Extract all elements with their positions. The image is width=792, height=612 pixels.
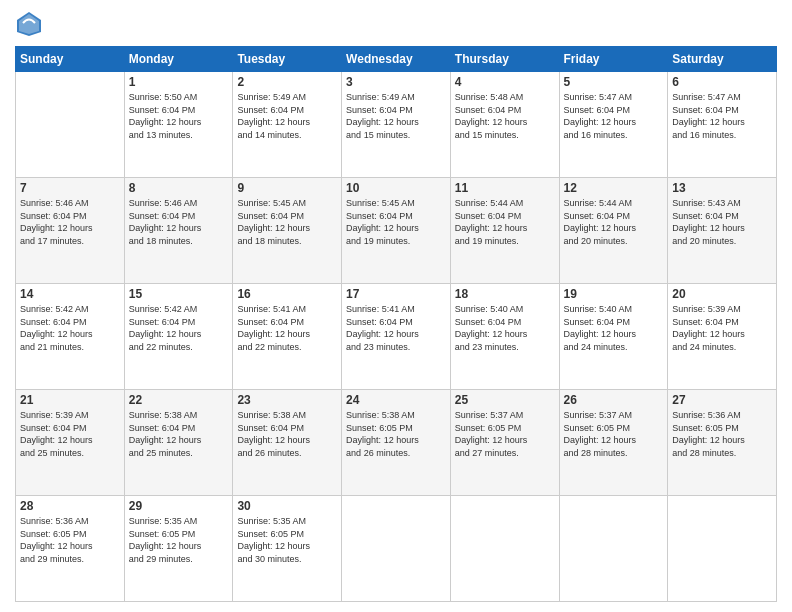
cell-info: Sunrise: 5:37 AM Sunset: 6:05 PM Dayligh… [455, 409, 555, 459]
calendar-cell: 14Sunrise: 5:42 AM Sunset: 6:04 PM Dayli… [16, 284, 125, 390]
day-number: 7 [20, 181, 120, 195]
calendar-cell: 16Sunrise: 5:41 AM Sunset: 6:04 PM Dayli… [233, 284, 342, 390]
day-number: 4 [455, 75, 555, 89]
day-number: 13 [672, 181, 772, 195]
calendar-cell [16, 72, 125, 178]
cell-info: Sunrise: 5:46 AM Sunset: 6:04 PM Dayligh… [20, 197, 120, 247]
cell-info: Sunrise: 5:47 AM Sunset: 6:04 PM Dayligh… [564, 91, 664, 141]
calendar-cell: 13Sunrise: 5:43 AM Sunset: 6:04 PM Dayli… [668, 178, 777, 284]
week-row-1: 1Sunrise: 5:50 AM Sunset: 6:04 PM Daylig… [16, 72, 777, 178]
day-number: 8 [129, 181, 229, 195]
calendar-cell: 5Sunrise: 5:47 AM Sunset: 6:04 PM Daylig… [559, 72, 668, 178]
day-number: 19 [564, 287, 664, 301]
col-header-friday: Friday [559, 47, 668, 72]
cell-info: Sunrise: 5:38 AM Sunset: 6:04 PM Dayligh… [129, 409, 229, 459]
header [15, 10, 777, 38]
day-number: 17 [346, 287, 446, 301]
week-row-5: 28Sunrise: 5:36 AM Sunset: 6:05 PM Dayli… [16, 496, 777, 602]
day-number: 15 [129, 287, 229, 301]
calendar-cell: 27Sunrise: 5:36 AM Sunset: 6:05 PM Dayli… [668, 390, 777, 496]
calendar-cell: 7Sunrise: 5:46 AM Sunset: 6:04 PM Daylig… [16, 178, 125, 284]
cell-info: Sunrise: 5:42 AM Sunset: 6:04 PM Dayligh… [20, 303, 120, 353]
calendar-cell: 1Sunrise: 5:50 AM Sunset: 6:04 PM Daylig… [124, 72, 233, 178]
cell-info: Sunrise: 5:38 AM Sunset: 6:04 PM Dayligh… [237, 409, 337, 459]
week-row-3: 14Sunrise: 5:42 AM Sunset: 6:04 PM Dayli… [16, 284, 777, 390]
calendar-cell: 11Sunrise: 5:44 AM Sunset: 6:04 PM Dayli… [450, 178, 559, 284]
day-number: 3 [346, 75, 446, 89]
calendar-cell: 19Sunrise: 5:40 AM Sunset: 6:04 PM Dayli… [559, 284, 668, 390]
day-number: 11 [455, 181, 555, 195]
day-number: 29 [129, 499, 229, 513]
day-number: 2 [237, 75, 337, 89]
calendar-cell: 9Sunrise: 5:45 AM Sunset: 6:04 PM Daylig… [233, 178, 342, 284]
calendar-cell: 21Sunrise: 5:39 AM Sunset: 6:04 PM Dayli… [16, 390, 125, 496]
cell-info: Sunrise: 5:44 AM Sunset: 6:04 PM Dayligh… [564, 197, 664, 247]
calendar-cell: 30Sunrise: 5:35 AM Sunset: 6:05 PM Dayli… [233, 496, 342, 602]
logo-icon [15, 10, 43, 38]
day-number: 9 [237, 181, 337, 195]
col-header-thursday: Thursday [450, 47, 559, 72]
cell-info: Sunrise: 5:35 AM Sunset: 6:05 PM Dayligh… [237, 515, 337, 565]
day-number: 24 [346, 393, 446, 407]
cell-info: Sunrise: 5:44 AM Sunset: 6:04 PM Dayligh… [455, 197, 555, 247]
calendar-cell: 20Sunrise: 5:39 AM Sunset: 6:04 PM Dayli… [668, 284, 777, 390]
cell-info: Sunrise: 5:36 AM Sunset: 6:05 PM Dayligh… [20, 515, 120, 565]
logo [15, 10, 47, 38]
cell-info: Sunrise: 5:49 AM Sunset: 6:04 PM Dayligh… [237, 91, 337, 141]
day-number: 20 [672, 287, 772, 301]
day-number: 12 [564, 181, 664, 195]
col-header-tuesday: Tuesday [233, 47, 342, 72]
calendar-cell: 3Sunrise: 5:49 AM Sunset: 6:04 PM Daylig… [342, 72, 451, 178]
cell-info: Sunrise: 5:47 AM Sunset: 6:04 PM Dayligh… [672, 91, 772, 141]
day-number: 14 [20, 287, 120, 301]
calendar-header-row: SundayMondayTuesdayWednesdayThursdayFrid… [16, 47, 777, 72]
cell-info: Sunrise: 5:40 AM Sunset: 6:04 PM Dayligh… [455, 303, 555, 353]
calendar-cell: 10Sunrise: 5:45 AM Sunset: 6:04 PM Dayli… [342, 178, 451, 284]
cell-info: Sunrise: 5:40 AM Sunset: 6:04 PM Dayligh… [564, 303, 664, 353]
week-row-2: 7Sunrise: 5:46 AM Sunset: 6:04 PM Daylig… [16, 178, 777, 284]
calendar-cell: 26Sunrise: 5:37 AM Sunset: 6:05 PM Dayli… [559, 390, 668, 496]
cell-info: Sunrise: 5:38 AM Sunset: 6:05 PM Dayligh… [346, 409, 446, 459]
calendar-cell: 12Sunrise: 5:44 AM Sunset: 6:04 PM Dayli… [559, 178, 668, 284]
calendar-cell [342, 496, 451, 602]
calendar-cell: 28Sunrise: 5:36 AM Sunset: 6:05 PM Dayli… [16, 496, 125, 602]
day-number: 1 [129, 75, 229, 89]
cell-info: Sunrise: 5:39 AM Sunset: 6:04 PM Dayligh… [672, 303, 772, 353]
day-number: 27 [672, 393, 772, 407]
cell-info: Sunrise: 5:36 AM Sunset: 6:05 PM Dayligh… [672, 409, 772, 459]
cell-info: Sunrise: 5:41 AM Sunset: 6:04 PM Dayligh… [346, 303, 446, 353]
calendar-cell: 17Sunrise: 5:41 AM Sunset: 6:04 PM Dayli… [342, 284, 451, 390]
cell-info: Sunrise: 5:35 AM Sunset: 6:05 PM Dayligh… [129, 515, 229, 565]
cell-info: Sunrise: 5:45 AM Sunset: 6:04 PM Dayligh… [237, 197, 337, 247]
calendar-cell: 29Sunrise: 5:35 AM Sunset: 6:05 PM Dayli… [124, 496, 233, 602]
calendar-cell [450, 496, 559, 602]
day-number: 18 [455, 287, 555, 301]
cell-info: Sunrise: 5:49 AM Sunset: 6:04 PM Dayligh… [346, 91, 446, 141]
cell-info: Sunrise: 5:42 AM Sunset: 6:04 PM Dayligh… [129, 303, 229, 353]
cell-info: Sunrise: 5:37 AM Sunset: 6:05 PM Dayligh… [564, 409, 664, 459]
col-header-monday: Monday [124, 47, 233, 72]
page: SundayMondayTuesdayWednesdayThursdayFrid… [0, 0, 792, 612]
day-number: 10 [346, 181, 446, 195]
day-number: 23 [237, 393, 337, 407]
day-number: 16 [237, 287, 337, 301]
calendar-cell: 23Sunrise: 5:38 AM Sunset: 6:04 PM Dayli… [233, 390, 342, 496]
cell-info: Sunrise: 5:50 AM Sunset: 6:04 PM Dayligh… [129, 91, 229, 141]
calendar-cell: 18Sunrise: 5:40 AM Sunset: 6:04 PM Dayli… [450, 284, 559, 390]
calendar-cell: 4Sunrise: 5:48 AM Sunset: 6:04 PM Daylig… [450, 72, 559, 178]
day-number: 25 [455, 393, 555, 407]
calendar-cell: 15Sunrise: 5:42 AM Sunset: 6:04 PM Dayli… [124, 284, 233, 390]
calendar-cell [559, 496, 668, 602]
week-row-4: 21Sunrise: 5:39 AM Sunset: 6:04 PM Dayli… [16, 390, 777, 496]
day-number: 26 [564, 393, 664, 407]
calendar-cell: 8Sunrise: 5:46 AM Sunset: 6:04 PM Daylig… [124, 178, 233, 284]
calendar-cell: 25Sunrise: 5:37 AM Sunset: 6:05 PM Dayli… [450, 390, 559, 496]
calendar-cell: 6Sunrise: 5:47 AM Sunset: 6:04 PM Daylig… [668, 72, 777, 178]
day-number: 5 [564, 75, 664, 89]
cell-info: Sunrise: 5:45 AM Sunset: 6:04 PM Dayligh… [346, 197, 446, 247]
day-number: 28 [20, 499, 120, 513]
day-number: 30 [237, 499, 337, 513]
cell-info: Sunrise: 5:41 AM Sunset: 6:04 PM Dayligh… [237, 303, 337, 353]
day-number: 22 [129, 393, 229, 407]
col-header-sunday: Sunday [16, 47, 125, 72]
